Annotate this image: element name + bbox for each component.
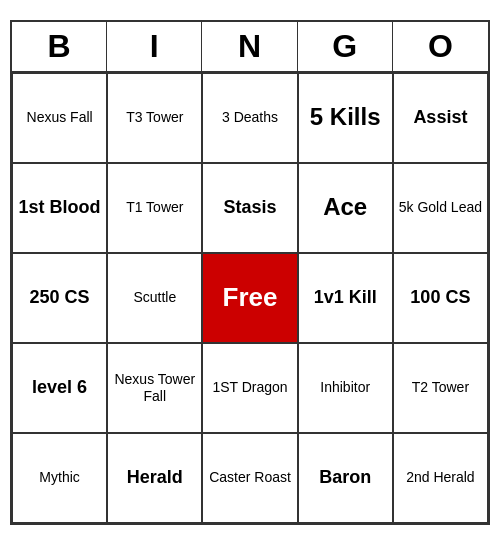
bingo-cell-23[interactable]: Baron xyxy=(298,433,393,523)
bingo-cell-12[interactable]: Free xyxy=(202,253,297,343)
header-letter: O xyxy=(393,22,488,71)
bingo-cell-2[interactable]: 3 Deaths xyxy=(202,73,297,163)
bingo-cell-5[interactable]: 1st Blood xyxy=(12,163,107,253)
bingo-cell-7[interactable]: Stasis xyxy=(202,163,297,253)
bingo-cell-8[interactable]: Ace xyxy=(298,163,393,253)
bingo-cell-14[interactable]: 100 CS xyxy=(393,253,488,343)
bingo-cell-11[interactable]: Scuttle xyxy=(107,253,202,343)
header-letter: I xyxy=(107,22,202,71)
bingo-cell-1[interactable]: T3 Tower xyxy=(107,73,202,163)
bingo-cell-4[interactable]: Assist xyxy=(393,73,488,163)
bingo-header: BINGO xyxy=(12,22,488,73)
bingo-cell-6[interactable]: T1 Tower xyxy=(107,163,202,253)
bingo-cell-24[interactable]: 2nd Herald xyxy=(393,433,488,523)
bingo-cell-3[interactable]: 5 Kills xyxy=(298,73,393,163)
bingo-cell-13[interactable]: 1v1 Kill xyxy=(298,253,393,343)
header-letter: B xyxy=(12,22,107,71)
bingo-cell-22[interactable]: Caster Roast xyxy=(202,433,297,523)
bingo-cell-0[interactable]: Nexus Fall xyxy=(12,73,107,163)
bingo-cell-10[interactable]: 250 CS xyxy=(12,253,107,343)
bingo-grid: Nexus FallT3 Tower3 Deaths5 KillsAssist1… xyxy=(12,73,488,523)
bingo-cell-18[interactable]: Inhibitor xyxy=(298,343,393,433)
header-letter: N xyxy=(202,22,297,71)
bingo-cell-16[interactable]: Nexus Tower Fall xyxy=(107,343,202,433)
bingo-cell-19[interactable]: T2 Tower xyxy=(393,343,488,433)
header-letter: G xyxy=(298,22,393,71)
bingo-cell-15[interactable]: level 6 xyxy=(12,343,107,433)
bingo-cell-9[interactable]: 5k Gold Lead xyxy=(393,163,488,253)
bingo-card: BINGO Nexus FallT3 Tower3 Deaths5 KillsA… xyxy=(10,20,490,525)
bingo-cell-21[interactable]: Herald xyxy=(107,433,202,523)
bingo-cell-20[interactable]: Mythic xyxy=(12,433,107,523)
bingo-cell-17[interactable]: 1ST Dragon xyxy=(202,343,297,433)
